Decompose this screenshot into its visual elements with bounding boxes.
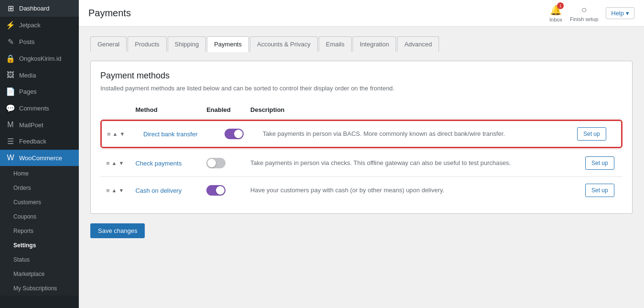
posts-icon: ✎ (6, 37, 15, 46)
submenu-status[interactable]: Status (0, 253, 79, 267)
sidebar-item-mailpoet[interactable]: M MailPoet (0, 117, 79, 133)
woocommerce-icon: W (6, 154, 15, 162)
move-up-icon[interactable]: ▲ (113, 131, 118, 137)
dashboard-icon: ⊞ (6, 4, 15, 13)
description-cell: Take payments in person via checks. This… (245, 150, 580, 177)
col-enabled-header: Enabled (201, 101, 245, 119)
mailpoet-icon: M (6, 121, 15, 129)
inbox-badge: 1 (557, 2, 564, 9)
pages-icon: 📄 (6, 87, 15, 96)
sidebar-item-woocommerce[interactable]: W WooCommerce (0, 150, 79, 166)
finish-setup-icon: ○ (581, 4, 587, 15)
tab-advanced[interactable]: Advanced (397, 36, 439, 52)
highlighted-row-wrapper: ≡ ▲ ▼ Direct bank transfer Take payments… (100, 119, 623, 150)
submenu-customers[interactable]: Customers (0, 195, 79, 209)
enabled-cell (201, 177, 245, 204)
move-up-icon[interactable]: ▲ (112, 160, 117, 166)
submenu-reports[interactable]: Reports (0, 224, 79, 238)
setup-cell: Set up (571, 121, 622, 147)
tab-accounts-privacy[interactable]: Accounts & Privacy (250, 36, 318, 52)
drag-handle-icon[interactable]: ≡ (106, 187, 110, 194)
save-changes-button[interactable]: Save changes (90, 223, 145, 238)
method-name-cell: Cash on delivery (129, 177, 201, 204)
sidebar-item-dashboard[interactable]: ⊞ Dashboard (0, 0, 79, 17)
tab-shipping[interactable]: Shipping (168, 36, 206, 52)
sidebar: ⊞ Dashboard ⚡ Jetpack ✎ Posts 🔒 OngkosKi… (0, 0, 79, 308)
enabled-cell (219, 121, 257, 147)
description-text: Take payments in person via BACS. More c… (263, 130, 505, 137)
tab-products[interactable]: Products (128, 36, 166, 52)
submenu-orders[interactable]: Orders (0, 181, 79, 195)
setup-cell: Set up (580, 177, 623, 204)
sidebar-item-media[interactable]: 🖼 Media (0, 67, 79, 83)
ongkoskirim-icon: 🔒 (6, 54, 15, 63)
col-description-header: Description (245, 101, 580, 119)
drag-handle-icon[interactable]: ≡ (106, 160, 110, 167)
sidebar-item-comments[interactable]: 💬 Comments (0, 100, 79, 117)
payments-card: Payment methods Installed payment method… (90, 61, 633, 214)
table-row: ≡ ▲ ▼ Check payments Take payments in pe… (100, 150, 623, 177)
sidebar-item-feedback[interactable]: ☰ Feedback (0, 133, 79, 150)
setup-button[interactable]: Set up (585, 184, 614, 197)
move-down-icon[interactable]: ▼ (118, 160, 124, 166)
description-text: Take payments in person via checks. This… (250, 159, 511, 166)
sidebar-item-posts[interactable]: ✎ Posts (0, 33, 79, 50)
tab-integration[interactable]: Integration (353, 36, 396, 52)
page-title: Payments (88, 8, 131, 19)
jetpack-icon: ⚡ (6, 21, 15, 30)
tab-general[interactable]: General (90, 36, 127, 52)
tab-payments[interactable]: Payments (207, 36, 249, 52)
topbar: Payments 🔔 1 Inbox ○ Finish setup Help ▾ (79, 0, 644, 27)
payment-methods-table: Method Enabled Description ≡ ▲ ▼ Direct … (100, 101, 623, 204)
setup-button[interactable]: Set up (585, 156, 614, 170)
finish-setup-button[interactable]: ○ Finish setup (570, 4, 598, 22)
inbox-button[interactable]: 🔔 1 Inbox (549, 4, 562, 22)
tab-emails[interactable]: Emails (319, 36, 352, 52)
settings-tabs: General Products Shipping Payments Accou… (90, 36, 633, 52)
description-cell: Have your customers pay with cash (or by… (245, 177, 580, 204)
row-controls: ≡ ▲ ▼ (101, 121, 138, 147)
sidebar-item-jetpack[interactable]: ⚡ Jetpack (0, 17, 79, 33)
method-link[interactable]: Direct bank transfer (143, 131, 197, 138)
help-button[interactable]: Help ▾ (606, 7, 634, 19)
toggle-switch[interactable] (225, 129, 244, 139)
media-icon: 🖼 (6, 71, 15, 79)
toggle-switch[interactable] (206, 185, 225, 196)
submenu-my-subscriptions[interactable]: My Subscriptions (0, 281, 79, 296)
table-row: ≡ ▲ ▼ Cash on delivery Have your custome… (100, 177, 623, 204)
col-method-header: Method (129, 101, 201, 119)
table-row: ≡ ▲ ▼ Direct bank transfer Take payments… (101, 121, 622, 147)
comments-icon: 💬 (6, 104, 15, 113)
inbox-icon: 🔔 1 (550, 4, 562, 16)
setup-button[interactable]: Set up (577, 127, 606, 141)
row-controls: ≡ ▲ ▼ (100, 177, 129, 204)
submenu-home[interactable]: Home (0, 166, 79, 181)
main-area: Payments 🔔 1 Inbox ○ Finish setup Help ▾… (79, 0, 644, 308)
toggle-switch[interactable] (206, 158, 225, 168)
description-cell: Take payments in person via BACS. More c… (257, 121, 571, 147)
submenu-coupons[interactable]: Coupons (0, 209, 79, 224)
woocommerce-submenu: Home Orders Customers Coupons Reports Se… (0, 166, 79, 296)
feedback-icon: ☰ (6, 137, 15, 146)
enabled-cell (201, 150, 245, 177)
move-up-icon[interactable]: ▲ (112, 187, 117, 193)
method-link[interactable]: Check payments (135, 160, 182, 167)
row-controls: ≡ ▲ ▼ (100, 150, 129, 177)
content-area: General Products Shipping Payments Accou… (79, 27, 644, 308)
submenu-marketplace[interactable]: Marketplace (0, 267, 79, 281)
method-link[interactable]: Cash on delivery (135, 187, 182, 194)
move-down-icon[interactable]: ▼ (119, 131, 125, 137)
method-name-cell: Check payments (129, 150, 201, 177)
setup-cell: Set up (580, 150, 623, 177)
col-actions-header (580, 101, 623, 119)
method-name-cell: Direct bank transfer (138, 121, 219, 147)
section-title: Payment methods (100, 71, 623, 81)
chevron-down-icon: ▾ (626, 10, 629, 17)
drag-handle-icon[interactable]: ≡ (107, 131, 111, 138)
move-down-icon[interactable]: ▼ (118, 187, 124, 193)
sidebar-item-ongkoskirim[interactable]: 🔒 OngkosKirim.id (0, 50, 79, 67)
topbar-actions: 🔔 1 Inbox ○ Finish setup Help ▾ (549, 4, 634, 22)
description-text: Have your customers pay with cash (or by… (250, 187, 444, 194)
sidebar-item-pages[interactable]: 📄 Pages (0, 83, 79, 100)
submenu-settings[interactable]: Settings (0, 238, 79, 253)
